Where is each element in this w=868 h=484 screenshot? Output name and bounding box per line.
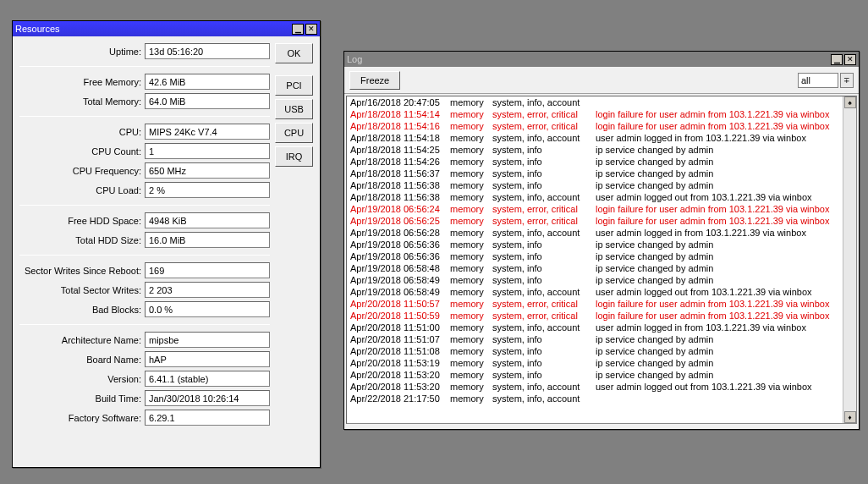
log-row[interactable]: Apr/22/2018 21:17:50memorysystem, info, … bbox=[347, 393, 843, 404]
log-topics: system, info bbox=[492, 334, 596, 344]
log-row[interactable]: Apr/18/2018 11:54:25memorysystem, infoip… bbox=[347, 144, 843, 156]
field-label: Version: bbox=[19, 374, 141, 384]
separator bbox=[19, 324, 270, 325]
field-value[interactable] bbox=[145, 332, 270, 348]
field-value[interactable] bbox=[145, 182, 270, 198]
log-buffer: memory bbox=[450, 287, 492, 297]
log-row[interactable]: Apr/19/2018 06:58:49memorysystem, info, … bbox=[347, 286, 843, 298]
log-buffer: memory bbox=[450, 393, 492, 404]
log-timestamp: Apr/18/2018 11:54:16 bbox=[347, 121, 450, 131]
log-filter-input[interactable] bbox=[798, 73, 838, 88]
log-buffer: memory bbox=[450, 97, 492, 107]
log-row[interactable]: Apr/16/2018 20:47:05memorysystem, info, … bbox=[347, 96, 843, 108]
log-row[interactable]: Apr/19/2018 06:56:36memorysystem, infoip… bbox=[347, 250, 843, 262]
field-value[interactable] bbox=[145, 212, 270, 228]
separator bbox=[19, 205, 270, 206]
log-scrollbar[interactable]: ♠ ♦ bbox=[843, 96, 856, 423]
log-toolbar: Freeze ∓ bbox=[344, 67, 859, 94]
resources-titlebar[interactable]: Resources ▁ ✕ bbox=[13, 21, 320, 36]
minimize-icon[interactable]: ▁ bbox=[831, 54, 843, 65]
log-row[interactable]: Apr/19/2018 06:56:36memorysystem, infoip… bbox=[347, 239, 843, 250]
scroll-up-icon[interactable]: ♠ bbox=[844, 96, 856, 108]
log-title: Log bbox=[347, 54, 362, 64]
log-titlebar[interactable]: Log ▁ ✕ bbox=[344, 52, 859, 67]
minimize-icon[interactable]: ▁ bbox=[292, 24, 304, 35]
log-row[interactable]: Apr/19/2018 06:56:24memorysystem, error,… bbox=[347, 203, 843, 215]
field-value[interactable] bbox=[145, 282, 270, 298]
field-value[interactable] bbox=[145, 390, 270, 406]
log-buffer: memory bbox=[450, 311, 492, 321]
log-row[interactable]: Apr/20/2018 11:50:57memorysystem, error,… bbox=[347, 298, 843, 310]
close-icon[interactable]: ✕ bbox=[305, 24, 317, 35]
ok-button[interactable]: OK bbox=[275, 43, 313, 63]
log-row[interactable]: Apr/19/2018 06:56:25memorysystem, error,… bbox=[347, 215, 843, 227]
field-row: Total HDD Size: bbox=[19, 232, 270, 248]
log-timestamp: Apr/18/2018 11:54:18 bbox=[347, 133, 450, 143]
log-row[interactable]: Apr/20/2018 11:51:00memorysystem, info, … bbox=[347, 322, 843, 333]
log-buffer: memory bbox=[450, 180, 492, 190]
field-value[interactable] bbox=[145, 124, 270, 140]
log-row[interactable]: Apr/19/2018 06:58:48memorysystem, infoip… bbox=[347, 262, 843, 274]
log-topics: system, info, account bbox=[492, 133, 596, 143]
close-icon[interactable]: ✕ bbox=[844, 54, 856, 65]
field-row: Uptime: bbox=[19, 43, 270, 59]
log-row[interactable]: Apr/18/2018 11:56:37memorysystem, infoip… bbox=[347, 168, 843, 179]
log-message: ip service changed by admin bbox=[596, 180, 843, 190]
log-row[interactable]: Apr/20/2018 11:53:20memorysystem, infoip… bbox=[347, 369, 843, 381]
log-row[interactable]: Apr/18/2018 11:54:16memorysystem, error,… bbox=[347, 120, 843, 132]
log-buffer: memory bbox=[450, 358, 492, 368]
log-row[interactable]: Apr/20/2018 11:53:20memorysystem, info, … bbox=[347, 381, 843, 393]
field-value[interactable] bbox=[145, 232, 270, 248]
freeze-button[interactable]: Freeze bbox=[349, 71, 400, 90]
log-row[interactable]: Apr/20/2018 11:53:19memorysystem, infoip… bbox=[347, 357, 843, 369]
log-buffer: memory bbox=[450, 168, 492, 179]
field-value[interactable] bbox=[145, 162, 270, 179]
pci-button[interactable]: PCI bbox=[275, 75, 313, 96]
log-topics: system, error, critical bbox=[492, 299, 596, 309]
field-value[interactable] bbox=[145, 371, 270, 387]
field-label: CPU: bbox=[19, 127, 141, 137]
field-row: Board Name: bbox=[19, 351, 270, 367]
scroll-down-icon[interactable]: ♦ bbox=[844, 411, 856, 423]
log-topics: system, info bbox=[492, 251, 596, 261]
field-label: Architecture Name: bbox=[19, 335, 141, 345]
field-value[interactable] bbox=[145, 262, 270, 278]
log-row[interactable]: Apr/18/2018 11:56:38memorysystem, infoip… bbox=[347, 179, 843, 191]
irq-button[interactable]: IRQ bbox=[275, 146, 313, 167]
log-topics: system, info, account bbox=[492, 287, 596, 297]
field-value[interactable] bbox=[145, 301, 270, 317]
field-label: Total HDD Size: bbox=[19, 235, 141, 245]
log-row[interactable]: Apr/20/2018 11:51:08memorysystem, infoip… bbox=[347, 345, 843, 357]
log-buffer: memory bbox=[450, 346, 492, 356]
log-timestamp: Apr/18/2018 11:54:14 bbox=[347, 109, 450, 119]
log-row[interactable]: Apr/18/2018 11:54:26memorysystem, infoip… bbox=[347, 156, 843, 168]
field-row: Total Memory: bbox=[19, 93, 270, 109]
log-buffer: memory bbox=[450, 239, 492, 250]
field-label: Sector Writes Since Reboot: bbox=[19, 266, 141, 276]
log-row[interactable]: Apr/18/2018 11:54:14memorysystem, error,… bbox=[347, 108, 843, 120]
field-value[interactable] bbox=[145, 93, 270, 109]
field-value[interactable] bbox=[145, 74, 270, 90]
log-row[interactable]: Apr/20/2018 11:51:07memorysystem, infoip… bbox=[347, 333, 843, 345]
log-row[interactable]: Apr/18/2018 11:56:38memorysystem, info, … bbox=[347, 191, 843, 203]
log-row[interactable]: Apr/19/2018 06:58:49memorysystem, infoip… bbox=[347, 274, 843, 286]
field-label: Total Sector Writes: bbox=[19, 285, 141, 295]
log-window: Log ▁ ✕ Freeze ∓ Apr/16/2018 20:47:05mem… bbox=[343, 51, 860, 430]
field-value[interactable] bbox=[145, 351, 270, 367]
log-topics: system, error, critical bbox=[492, 204, 596, 214]
log-message: login failure for user admin from 103.1.… bbox=[596, 299, 843, 309]
log-row[interactable]: Apr/19/2018 06:56:28memorysystem, info, … bbox=[347, 227, 843, 239]
log-message: user admin logged out from 103.1.221.39 … bbox=[596, 192, 843, 202]
log-row[interactable]: Apr/18/2018 11:54:18memorysystem, info, … bbox=[347, 132, 843, 144]
filter-dropdown-icon[interactable]: ∓ bbox=[840, 73, 854, 88]
log-buffer: memory bbox=[450, 251, 492, 261]
field-value[interactable] bbox=[145, 43, 270, 59]
log-buffer: memory bbox=[450, 334, 492, 344]
log-buffer: memory bbox=[450, 204, 492, 214]
log-row[interactable]: Apr/20/2018 11:50:59memorysystem, error,… bbox=[347, 310, 843, 322]
cpu-button[interactable]: CPU bbox=[275, 123, 313, 143]
field-label: Build Time: bbox=[19, 393, 141, 404]
field-value[interactable] bbox=[145, 410, 270, 426]
field-value[interactable] bbox=[145, 143, 270, 159]
usb-button[interactable]: USB bbox=[275, 99, 313, 119]
